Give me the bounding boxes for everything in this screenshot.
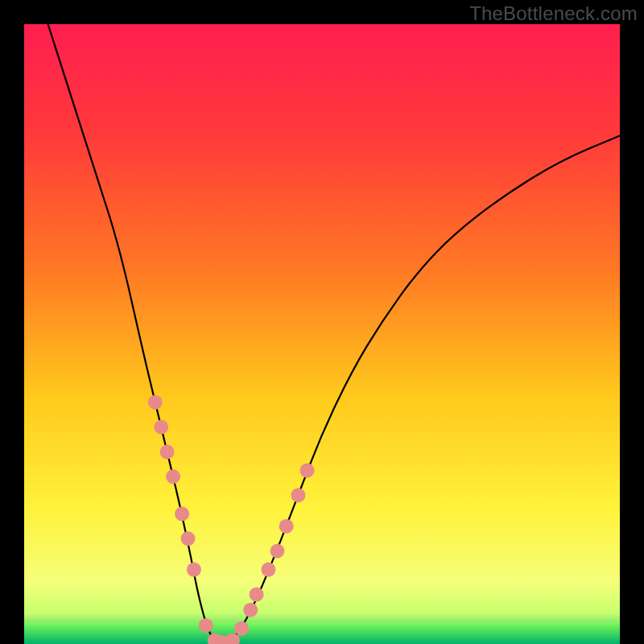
chart-gradient-background <box>24 24 620 644</box>
chart-frame <box>24 24 620 644</box>
pink-marker <box>234 621 249 636</box>
bottom-band <box>24 622 620 644</box>
pink-marker <box>243 603 258 617</box>
pink-marker <box>279 519 294 534</box>
pink-marker <box>181 531 196 546</box>
pink-marker <box>154 420 168 435</box>
gradient-rect <box>24 24 620 644</box>
pink-marker <box>187 563 201 577</box>
pink-marker <box>291 488 305 502</box>
chart-svg <box>24 24 620 644</box>
pink-marker <box>175 506 189 521</box>
pink-marker <box>250 587 264 601</box>
pink-marker <box>160 444 175 459</box>
pink-marker <box>166 469 180 484</box>
pink-marker <box>148 395 163 410</box>
pink-marker <box>199 618 213 633</box>
pink-marker <box>300 463 315 477</box>
pink-marker <box>261 563 275 577</box>
watermark-text: TheBottleneck.com <box>469 2 638 25</box>
pink-marker <box>270 544 285 559</box>
